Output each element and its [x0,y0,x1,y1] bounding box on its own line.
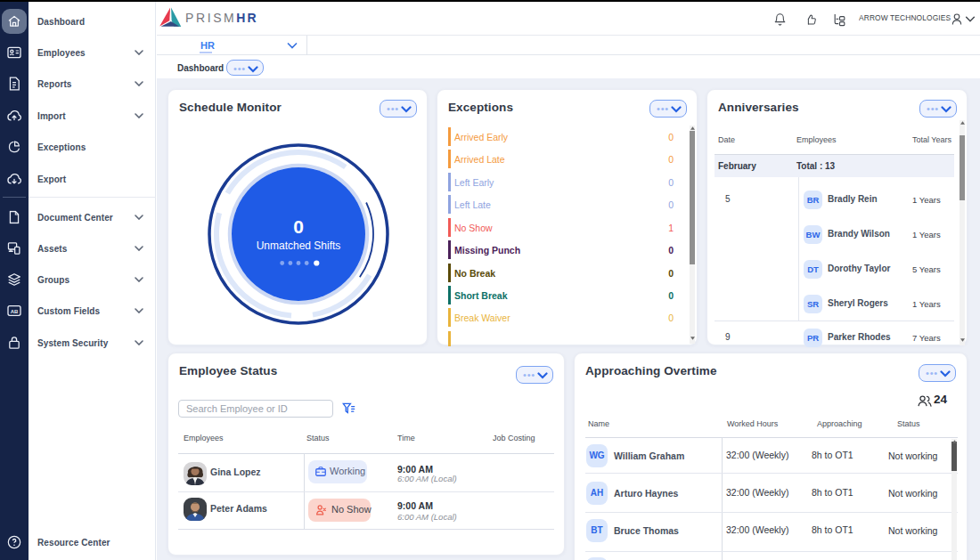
svg-text:AB: AB [11,309,19,314]
svg-text:0: 0 [293,216,304,237]
svg-text:Unmatched Shifts: Unmatched Shifts [257,239,341,252]
